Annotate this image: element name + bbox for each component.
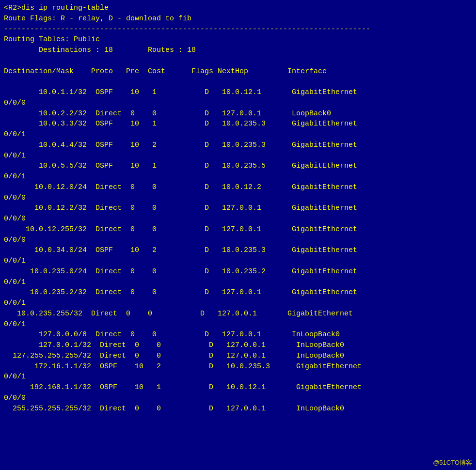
terminal-output: <R2>dis ip routing-table Route Flags: R …: [4, 3, 472, 414]
terminal-window: <R2>dis ip routing-table Route Flags: R …: [0, 0, 476, 470]
watermark: @51CTO博客: [433, 458, 472, 467]
